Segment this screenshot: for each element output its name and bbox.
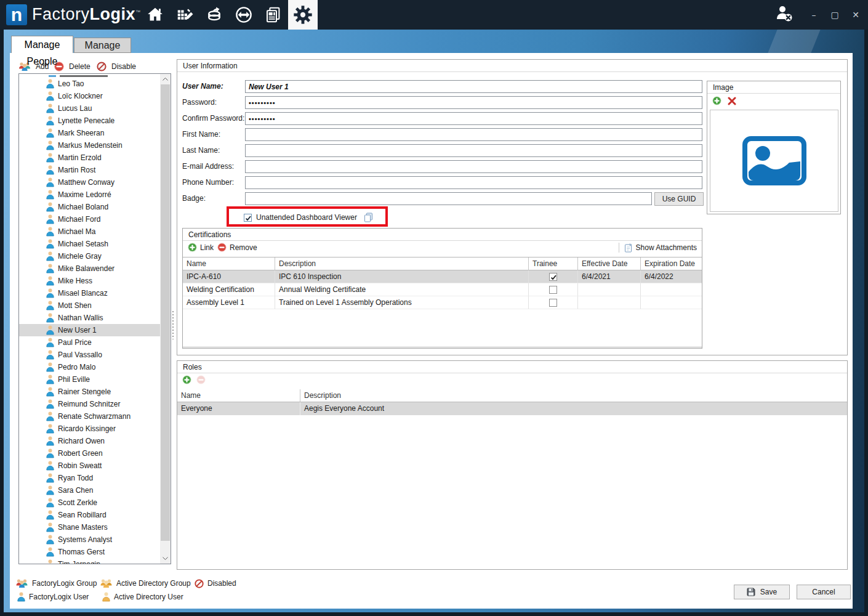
minimize-button[interactable]: – [808,10,820,20]
sync-icon[interactable] [229,0,259,30]
person-name: Paul Price [54,338,92,347]
person-list-item[interactable]: Martin Erzold [19,152,161,164]
close-button[interactable]: ✕ [850,10,862,20]
person-name: Mike Balawender [54,264,115,273]
save-button[interactable]: Save [734,585,790,599]
person-list-item[interactable]: Mott Shen [19,299,161,312]
username-field[interactable] [245,80,702,93]
last-name-field[interactable] [245,144,702,157]
certification-row[interactable]: Assembly Level 1 Trained on Level 1 Asse… [183,296,702,309]
person-name: Ricardo Kissinger [54,424,116,433]
person-list-item[interactable]: Reimund Schnitzer [19,398,161,410]
copy-icon[interactable] [364,213,373,222]
col-role-description[interactable]: Description [300,389,847,402]
tab-manage-people[interactable]: Manage People [11,36,73,53]
link-certification-button[interactable]: Link [188,243,214,252]
person-list-item[interactable]: Mike Balawender [19,262,161,275]
documents-icon[interactable] [259,0,288,30]
person-list-item[interactable]: Shane Masters [19,521,161,533]
scroll-down-icon[interactable] [160,553,171,564]
tab-manage-roles[interactable]: Manage Roles [74,38,131,53]
cert-name: IPC-A-610 [183,270,275,283]
settings-gear-icon[interactable] [288,0,318,30]
person-list-item[interactable]: Thomas Gerst [19,546,161,558]
home-icon[interactable] [140,0,170,30]
cancel-button[interactable]: Cancel [797,585,851,599]
person-list-item[interactable]: Michael Boland [19,201,161,213]
badge-field[interactable] [245,192,652,205]
person-list-item[interactable]: Rainer Stengele [19,386,161,398]
person-list-item[interactable]: Sean Robillard [19,509,161,521]
splitter-handle[interactable] [172,311,174,339]
trainee-checkbox[interactable] [549,273,557,281]
person-list-item[interactable]: Matthew Conway [19,176,161,188]
person-list-item[interactable]: Paul Price [19,336,161,349]
person-list-item[interactable]: Ryan Todd [19,472,161,484]
person-list-item[interactable]: Lynette Penecale [19,115,161,127]
col-description[interactable]: Description [275,257,529,270]
person-list-item[interactable]: Michael Setash [19,238,161,250]
person-list-item[interactable]: Paul Vassallo [19,349,161,361]
person-list-item[interactable]: Maxime Ledorré [19,188,161,201]
person-list-item[interactable]: Lucus Lau [19,102,161,115]
email-field[interactable] [245,160,702,173]
person-list-item[interactable]: Leo Tao [19,78,161,90]
person-list-item[interactable]: Nathan Wallis [19,312,161,324]
col-name[interactable]: Name [183,257,275,270]
remove-role-button[interactable] [196,375,206,384]
add-role-button[interactable] [182,375,191,384]
remove-label: Remove [230,243,257,252]
person-list-item[interactable]: Sara Chen [19,484,161,496]
password-field[interactable] [245,96,702,109]
certification-row[interactable]: Welding Certification Annual Welding Cer… [183,283,702,296]
trainee-checkbox[interactable] [549,286,557,294]
add-image-button[interactable] [712,96,721,105]
person-name: Nathan Wallis [54,314,103,322]
person-list-item[interactable]: Misael Blancaz [19,287,161,299]
person-list-item[interactable]: Robin Sweatt [19,460,161,472]
materials-icon[interactable] [199,0,229,30]
confirm-password-field[interactable] [245,112,702,125]
maximize-button[interactable]: ▢ [829,10,841,20]
role-row[interactable]: Everyone Aegis Everyone Account [177,402,847,415]
person-list-item[interactable]: Phil Eville [19,373,161,386]
people-list-scrollbar[interactable] [160,74,171,564]
person-list-item[interactable]: Richard Owen [19,435,161,447]
scrollbar-thumb[interactable] [161,84,170,541]
person-list-item[interactable]: Renate Schwarzmann [19,410,161,423]
col-role-name[interactable]: Name [177,389,300,402]
col-trainee[interactable]: Trainee [529,257,578,270]
person-list-item[interactable]: Mark Sheeran [19,127,161,139]
person-list-item[interactable]: Michael Ford [19,213,161,225]
logout-user-icon[interactable] [774,4,794,25]
image-placeholder-box[interactable] [710,110,838,212]
remove-certification-button[interactable]: Remove [217,243,257,252]
person-list-item[interactable]: Tim Jernagin [19,558,161,564]
person-list-item[interactable]: Scott Zerkle [19,496,161,509]
person-list-item[interactable]: Systems Analyst [19,533,161,546]
person-list-item[interactable]: Martin Rost [19,164,161,176]
remove-image-button[interactable] [728,97,736,105]
person-list-item[interactable]: Markus Medenstein [19,139,161,152]
person-list-item[interactable]: Michael Ma [19,225,161,238]
person-list-item[interactable]: Ricardo Kissinger [19,423,161,435]
show-attachments-button[interactable]: Show Attachments [624,243,697,253]
person-list-item[interactable]: Pedro Malo [19,361,161,373]
col-effective-date[interactable]: Effective Date [578,257,641,270]
person-list-item[interactable]: Loïc Klockner [19,90,161,102]
scroll-up-icon[interactable] [160,74,171,84]
person-list-item[interactable]: Michele Gray [19,250,161,262]
unattended-dashboard-checkbox[interactable] [244,214,252,222]
data-editor-icon[interactable] [170,0,199,30]
delete-person-button[interactable]: Delete [54,61,90,72]
person-list-item[interactable]: New User 1 [19,324,161,336]
disable-person-button[interactable]: Disable [97,61,136,72]
person-list-item[interactable]: Robert Green [19,447,161,460]
col-expiration-date[interactable]: Expiration Date [641,257,702,270]
trainee-checkbox[interactable] [549,299,557,307]
use-guid-button[interactable]: Use GUID [654,192,704,206]
certification-row[interactable]: IPC-A-610 IPC 610 Inspection 6/4/2021 6/… [183,270,702,283]
person-list-item[interactable]: Mike Hess [19,275,161,287]
first-name-field[interactable] [245,128,702,141]
phone-field[interactable] [245,176,702,189]
